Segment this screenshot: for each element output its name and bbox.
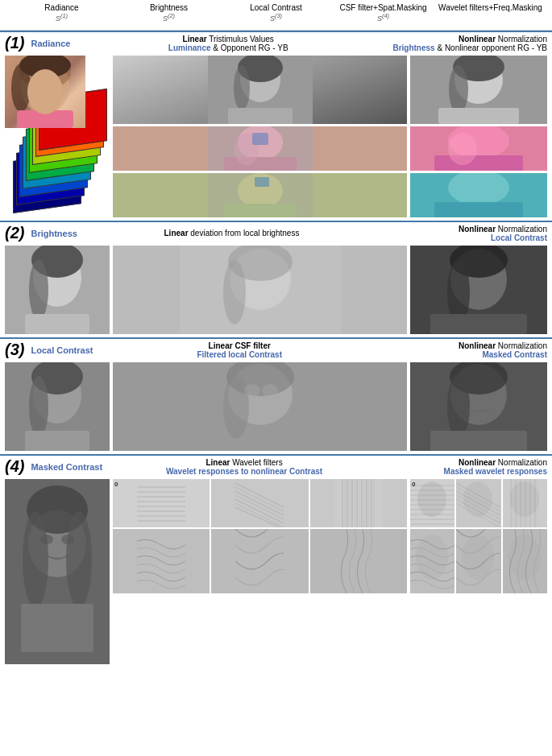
wavelet-row-1: 0 [113,479,407,527]
stage-2-label: Brightness [115,3,222,12]
nl-opponent-yb-image [410,173,547,217]
wc-2-1-svg [137,529,185,593]
svg-point-140 [510,481,539,517]
mwc-2-3-svg [503,529,547,593]
pipeline-stage-2: Brightness S(2) [115,3,222,23]
local-contrast-image [410,246,547,334]
section-1-content [0,54,552,221]
section-2-title: Brightness [31,229,77,238]
section-3: (3) Local Contrast Linear CSF filter Fil… [0,339,552,456]
svg-rect-70 [137,479,185,527]
mwc-2-2 [456,529,500,593]
svg-point-113 [417,481,446,517]
pipeline-stage-5: Wavelet filters+Freq.Masking [437,3,544,12]
svg-point-68 [40,535,53,544]
luminance-svg [208,56,313,124]
wavelet-cell-1-2 [211,479,308,527]
svg-point-9 [234,65,250,110]
section-4-content: 0 [0,477,552,671]
wavelet-cell-2-2 [211,529,308,593]
svg-point-54 [223,374,249,439]
section-2: (2) Brightness Linear deviation from loc… [0,222,552,339]
svg-rect-67 [21,604,93,652]
svg-point-49 [29,376,48,437]
portrait-svg-1 [5,56,85,128]
section-4-right: Nonlinear Normalization Masked wavelet r… [386,458,547,476]
section-1-number: (1) [5,34,24,52]
stage-1-sub: S(1) [8,12,115,23]
pipeline-header: Radiance S(1) Brightness S(2) Local Cont… [0,0,552,31]
nl-opponent-rg-image [410,126,547,171]
section-3-number: (3) [5,341,24,359]
svg-point-28 [448,133,477,165]
svg-point-60 [447,374,470,439]
stage-5-label: Wavelet filters+Freq.Masking [437,3,544,12]
svg-point-55 [244,384,260,397]
section-2-center: Linear deviation from local brightness [82,229,381,238]
brightness-portrait [5,246,110,334]
brightness-nonlinear-image [410,56,547,124]
local-dev-svg [180,246,341,334]
wavelet-cell-1-3 [310,479,407,527]
section-1-header: (1) Radiance Linear Tristimulus Values L… [0,32,552,54]
stage-4-sub: S(4) [330,12,437,23]
masked-wavelet-row-1: 0 [410,479,547,527]
nl-yb-svg [410,173,547,217]
opponent-yb-image [113,173,407,217]
svg-point-23 [449,65,468,114]
section-1: (1) Radiance Linear Tristimulus Values L… [0,31,552,222]
radiance-portrait [5,56,85,128]
svg-point-65 [23,511,48,608]
section-1-center: Linear Tristimulus Values Luminance & Op… [75,35,381,52]
svg-rect-19 [255,177,269,187]
mwc-2-3 [503,529,547,593]
wc-1-3-svg [334,479,383,527]
section-1-center-images [113,56,407,217]
section-4-title: Masked Contrast [31,462,102,472]
masked-wavelet-row-2 [410,529,547,593]
section-1-left [5,56,110,213]
section-4-number: (4) [5,457,24,476]
mwc-1-2-svg [456,479,500,527]
wc-2-2-svg [235,529,284,593]
section-3-title: Local Contrast [31,345,93,355]
svg-rect-13 [224,157,297,171]
mwc-1-1-svg [410,479,454,527]
luminance-image [113,56,407,124]
masked-contrast-image [410,362,547,451]
mwc-2-1-svg [410,529,454,593]
stage-4-label: CSF filter+Spat.Masking [330,3,437,12]
sec3-left-svg [5,362,110,451]
svg-rect-45 [430,314,527,334]
sec4-left-svg [5,479,110,664]
opponent-rg-image [113,126,407,171]
svg-rect-94 [334,479,383,527]
pipeline-stage-4: CSF filter+Spat.Masking S(4) [330,3,437,23]
svg-rect-10 [228,108,293,124]
stage-2-sub: S(2) [115,12,222,23]
section-4-right-grid: 0 [410,479,547,593]
section-1-right-images [410,56,547,217]
wavelet-cell-2-3 [310,529,407,593]
csf-svg [180,362,341,451]
svg-rect-27 [434,155,523,171]
pipeline-stage-3: Local Contrast S(3) [222,3,330,23]
section-4-center: Linear Wavelet filters Wavelet responses… [107,458,381,476]
mwc-1-3-svg [503,479,547,527]
sec4-left-image [5,479,110,664]
mwc-1-1: 0 [410,479,454,527]
csf-filtered-image [113,362,407,451]
svg-point-66 [66,511,92,608]
svg-rect-18 [224,204,297,217]
section-1-right: Nonlinear Normalization Brightness & Non… [386,35,547,52]
stage-3-label: Local Contrast [222,3,330,12]
svg-rect-31 [434,202,523,217]
section-1-title: Radiance [31,39,70,48]
section-3-content [0,361,552,454]
mc-svg [410,362,547,451]
brightness-portrait-svg [5,246,110,334]
section-4-header: (4) Masked Contrast Linear Wavelet filte… [0,456,552,477]
wavelet-cell-1-1: 0 [113,479,210,527]
svg-point-35 [29,259,48,320]
brightness-nl-svg [410,56,547,124]
